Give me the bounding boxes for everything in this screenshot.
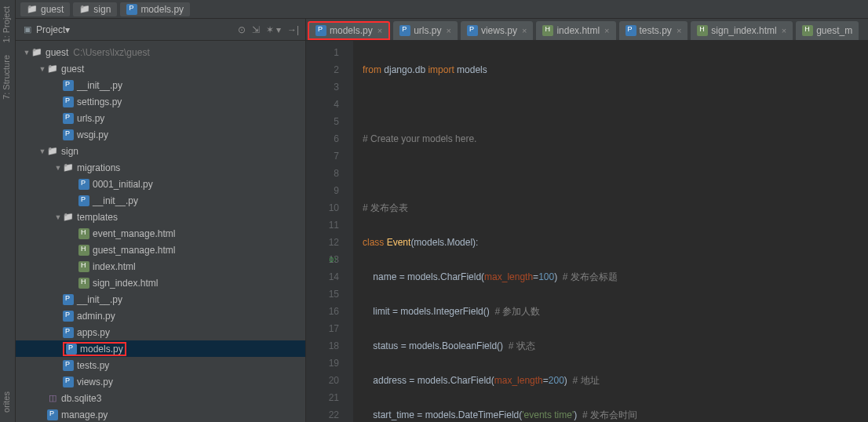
tree-file[interactable]: apps.py (16, 324, 305, 340)
tree-file[interactable]: views.py (16, 373, 305, 390)
crumb-sign[interactable]: sign (73, 2, 117, 16)
tree-dir-sign[interactable]: ▼sign (16, 143, 305, 159)
close-icon[interactable]: × (782, 26, 786, 35)
code-editor[interactable]: from django.db import models # Create yo… (353, 41, 868, 422)
editor: models.py× urls.py× views.py× index.html… (306, 19, 868, 422)
tree-file-manage[interactable]: manage.py (16, 406, 305, 422)
breadcrumb: guest sign models.py (16, 0, 868, 19)
project-label: Project (36, 24, 65, 35)
html-file-icon (78, 278, 89, 289)
python-file-icon (126, 4, 137, 15)
tree-file[interactable]: admin.py (16, 307, 305, 324)
tab-guestm[interactable]: guest_m (796, 21, 859, 40)
locate-icon[interactable]: ⊙ (238, 24, 246, 35)
python-file-icon (63, 311, 74, 322)
gutter[interactable]: 12345678910111213o↑141516171819202122 (306, 41, 353, 422)
close-icon[interactable]: × (604, 26, 609, 35)
tree-file[interactable]: urls.py (16, 110, 305, 126)
tree-file[interactable]: __init__.py (16, 192, 305, 209)
tool-window-tabs: 1: Project 7: Structure orites (0, 0, 16, 422)
project-icon (22, 24, 33, 35)
tree-file[interactable]: wsgi.py (16, 126, 305, 143)
database-icon (47, 393, 58, 404)
python-file-icon (467, 25, 478, 36)
python-file-icon (63, 327, 74, 338)
html-file-icon (78, 245, 89, 256)
tool-tab-structure[interactable]: 7: Structure (0, 49, 13, 106)
tab-models[interactable]: models.py× (308, 21, 390, 40)
python-file-icon (625, 25, 636, 36)
tree-file[interactable]: sign_index.html (16, 275, 305, 291)
folder-icon (27, 4, 38, 15)
tree-file[interactable]: __init__.py (16, 291, 305, 307)
html-file-icon (78, 228, 89, 239)
hide-icon[interactable]: →| (287, 24, 299, 35)
close-icon[interactable]: × (446, 26, 450, 35)
python-file-icon (63, 294, 74, 305)
tab-urls[interactable]: urls.py× (393, 21, 458, 40)
tab-tests[interactable]: tests.py× (619, 21, 688, 40)
python-file-icon (78, 195, 89, 206)
crumb-guest[interactable]: guest (20, 2, 70, 16)
python-file-icon (63, 96, 74, 107)
tree-dir-guest[interactable]: ▼guest (16, 60, 305, 77)
tool-tab-favorites[interactable]: orites (0, 385, 13, 419)
tree-file-db[interactable]: db.sqlite3 (16, 390, 305, 406)
tab-signindex[interactable]: sign_index.html× (691, 21, 793, 40)
tree-dir-migrations[interactable]: ▼migrations (16, 159, 305, 176)
package-icon (63, 162, 74, 173)
collapse-icon[interactable]: ⇲ (252, 24, 260, 35)
tree-file[interactable]: settings.py (16, 93, 305, 110)
tab-views[interactable]: views.py× (461, 21, 533, 40)
html-file-icon (542, 25, 553, 36)
html-file-icon (78, 261, 89, 272)
folder-icon (31, 47, 42, 58)
tree-file[interactable]: guest_manage.html (16, 242, 305, 258)
tree-file[interactable]: index.html (16, 258, 305, 275)
python-file-icon (63, 377, 74, 387)
html-file-icon (802, 25, 813, 36)
tree-file[interactable]: 0001_initial.py (16, 176, 305, 192)
html-file-icon (697, 25, 708, 36)
project-tree[interactable]: ▼guestC:\Users\lxz\guest ▼guest __init__… (16, 41, 305, 422)
python-file-icon (315, 25, 326, 36)
crumb-models[interactable]: models.py (120, 2, 190, 16)
project-header: Project ▾ ⊙ ⇲ ✶ ▾ →| (16, 19, 305, 41)
override-marker-icon[interactable]: o↑ (329, 251, 337, 268)
package-icon (47, 64, 58, 75)
editor-tabs: models.py× urls.py× views.py× index.html… (306, 19, 868, 41)
tool-tab-project[interactable]: 1: Project (0, 0, 13, 49)
tree-file-models[interactable]: models.py (16, 340, 305, 357)
project-sidebar: Project ▾ ⊙ ⇲ ✶ ▾ →| ▼guestC:\Users\lxz\… (16, 19, 306, 422)
tree-file[interactable]: event_manage.html (16, 225, 305, 242)
close-icon[interactable]: × (677, 26, 681, 35)
python-file-icon (47, 409, 58, 420)
python-file-icon (78, 179, 89, 190)
tree-root[interactable]: ▼guestC:\Users\lxz\guest (16, 44, 305, 60)
tab-index[interactable]: index.html× (536, 21, 615, 40)
folder-icon (63, 212, 74, 223)
python-file-icon (63, 360, 74, 371)
close-icon[interactable]: × (522, 26, 527, 35)
python-file-icon (66, 344, 77, 355)
python-file-icon (63, 129, 74, 140)
folder-icon (79, 4, 90, 15)
python-file-icon (399, 25, 410, 36)
python-file-icon (63, 80, 74, 91)
tree-dir-templates[interactable]: ▼templates (16, 209, 305, 225)
tree-file[interactable]: tests.py (16, 357, 305, 373)
package-icon (47, 146, 58, 157)
tree-file[interactable]: __init__.py (16, 77, 305, 93)
python-file-icon (63, 113, 74, 124)
gear-icon[interactable]: ✶ ▾ (266, 24, 281, 35)
close-icon[interactable]: × (377, 26, 382, 35)
